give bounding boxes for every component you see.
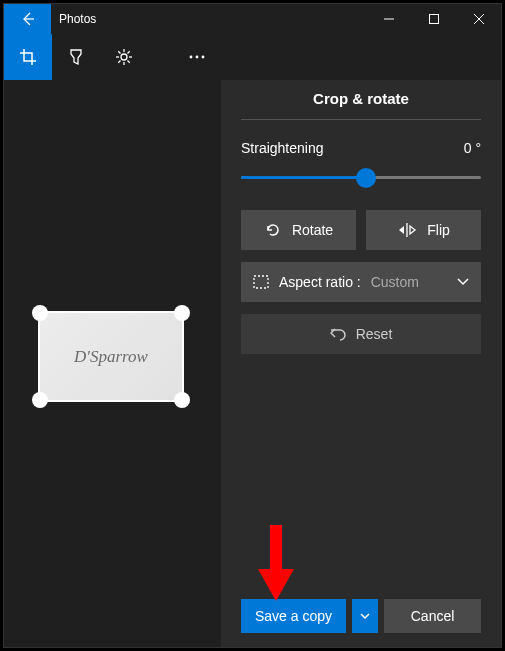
- slider-thumb[interactable]: [356, 168, 376, 188]
- svg-point-14: [190, 56, 193, 59]
- svg-point-5: [121, 54, 127, 60]
- canvas-area[interactable]: D'Sparrow: [4, 80, 221, 647]
- straighten-value: 0 °: [464, 140, 481, 156]
- svg-rect-18: [254, 276, 268, 288]
- crop-frame[interactable]: D'Sparrow: [32, 305, 190, 408]
- svg-point-16: [202, 56, 205, 59]
- maximize-button[interactable]: [411, 4, 456, 34]
- crop-edge-right[interactable]: [182, 313, 184, 400]
- crop-edge-top[interactable]: [40, 311, 182, 313]
- titlebar: Photos: [4, 4, 501, 34]
- svg-line-10: [118, 51, 120, 53]
- aspect-ratio-dropdown[interactable]: Aspect ratio : Custom: [241, 262, 481, 302]
- back-button[interactable]: [4, 4, 51, 34]
- divider: [241, 119, 481, 120]
- save-dropdown-button[interactable]: [352, 599, 378, 633]
- crop-handle-bottom-left[interactable]: [32, 392, 48, 408]
- image-preview: D'Sparrow: [40, 313, 182, 400]
- close-button[interactable]: [456, 4, 501, 34]
- rotate-icon: [264, 221, 282, 239]
- window-controls: [366, 4, 501, 34]
- more-button[interactable]: [173, 34, 221, 80]
- svg-line-11: [128, 61, 130, 63]
- crop-handle-top-right[interactable]: [174, 305, 190, 321]
- flip-button[interactable]: Flip: [366, 210, 481, 250]
- straighten-slider[interactable]: [241, 168, 481, 188]
- panel-footer: Save a copy Cancel: [241, 599, 481, 647]
- window-title: Photos: [51, 12, 366, 26]
- save-copy-button[interactable]: Save a copy: [241, 599, 346, 633]
- reset-button[interactable]: Reset: [241, 314, 481, 354]
- app-window: Photos D'Sparrow: [3, 3, 502, 648]
- rotate-label: Rotate: [292, 222, 333, 238]
- undo-icon: [330, 327, 346, 341]
- filters-tool-button[interactable]: [52, 34, 100, 80]
- minimize-button[interactable]: [366, 4, 411, 34]
- straighten-control: Straightening 0 °: [241, 140, 481, 188]
- aspect-label: Aspect ratio :: [279, 274, 361, 290]
- aspect-icon: [253, 275, 269, 289]
- panel-title: Crop & rotate: [241, 80, 481, 119]
- crop-tool-button[interactable]: [4, 34, 52, 80]
- crop-rotate-panel: Crop & rotate Straightening 0 ° Rotate: [221, 80, 501, 647]
- flip-icon: [397, 223, 417, 237]
- svg-rect-2: [429, 15, 438, 24]
- reset-label: Reset: [356, 326, 393, 342]
- crop-handle-top-left[interactable]: [32, 305, 48, 321]
- straighten-label: Straightening: [241, 140, 324, 156]
- flip-label: Flip: [427, 222, 450, 238]
- crop-edge-left[interactable]: [38, 313, 40, 400]
- svg-line-12: [118, 61, 120, 63]
- aspect-value: Custom: [371, 274, 419, 290]
- cancel-button[interactable]: Cancel: [384, 599, 481, 633]
- crop-edge-bottom[interactable]: [40, 400, 182, 402]
- crop-handle-bottom-right[interactable]: [174, 392, 190, 408]
- editor-body: D'Sparrow Crop & rotate Straightening 0 …: [4, 80, 501, 647]
- svg-point-15: [196, 56, 199, 59]
- rotate-button[interactable]: Rotate: [241, 210, 356, 250]
- chevron-down-icon: [457, 278, 469, 286]
- image-content-text: D'Sparrow: [74, 347, 148, 367]
- adjust-tool-button[interactable]: [100, 34, 148, 80]
- edit-toolbar: [4, 34, 501, 80]
- svg-line-13: [128, 51, 130, 53]
